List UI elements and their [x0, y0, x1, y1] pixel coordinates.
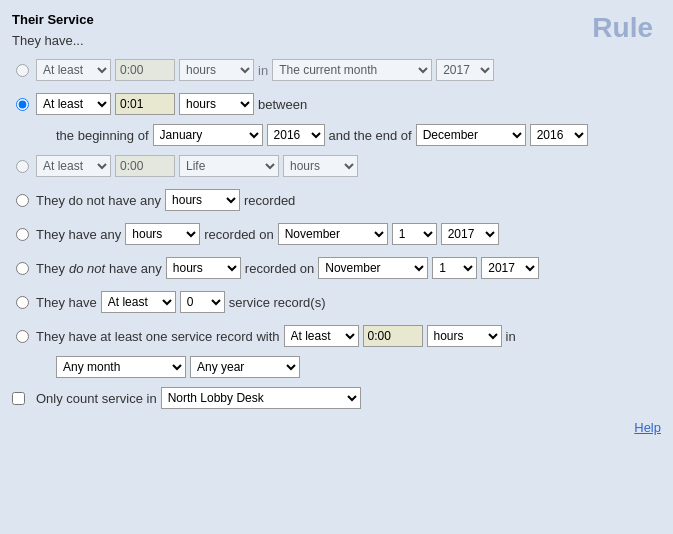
page-title: Their Service [12, 12, 661, 27]
row-6-radio-col [12, 262, 32, 275]
row-3-qualifier[interactable]: At least Less than Exactly [36, 155, 111, 177]
row-8-sub: Any month JanuaryFebruaryMarchApril MayJ… [12, 356, 661, 378]
row-4-text1: They do not have any [36, 193, 161, 208]
row-6-day[interactable]: 12345 [432, 257, 477, 279]
row-5-text1: They have any [36, 227, 121, 242]
row-6-month[interactable]: JanuaryFebruaryMarchApril MayJuneJulyAug… [318, 257, 428, 279]
only-count-row: Only count service in North Lobby Desk M… [12, 384, 661, 412]
row-4-radio-col [12, 194, 32, 207]
row-2: At least Less than Exactly hours minutes… [12, 90, 661, 118]
row-4: They do not have any hours minutes recor… [12, 186, 661, 214]
row-6-text1b: do not [69, 261, 105, 276]
row-2-beginning-label: the beginning of [56, 128, 149, 143]
row-2-qualifier[interactable]: At least Less than Exactly [36, 93, 111, 115]
row-8-month[interactable]: Any month JanuaryFebruaryMarchApril MayJ… [56, 356, 186, 378]
row-3-value[interactable] [115, 155, 175, 177]
row-6-year[interactable]: 201720162015 [481, 257, 539, 279]
only-count-location[interactable]: North Lobby Desk Main Hall Room A Room B [161, 387, 361, 409]
row-8-radio[interactable] [16, 330, 29, 343]
row-5-day[interactable]: 12345 [392, 223, 437, 245]
row-2-block: At least Less than Exactly hours minutes… [12, 90, 661, 146]
row-2-and-end-label: and the end of [329, 128, 412, 143]
row-7-qualifier[interactable]: At least Less than Exactly [101, 291, 176, 313]
row-4-unit[interactable]: hours minutes [165, 189, 240, 211]
row-2-radio[interactable] [16, 98, 29, 111]
row-8-radio-col [12, 330, 32, 343]
they-have-label: They have... [12, 33, 661, 48]
row-1-in-label: in [258, 63, 268, 78]
row-8-value[interactable] [363, 325, 423, 347]
row-2-unit[interactable]: hours minutes [179, 93, 254, 115]
row-6-radio[interactable] [16, 262, 29, 275]
row-5-unit[interactable]: hours minutes [125, 223, 200, 245]
row-8: They have at least one service record wi… [12, 322, 661, 350]
row-7-radio[interactable] [16, 296, 29, 309]
row-5-text2: recorded on [204, 227, 273, 242]
row-1-period[interactable]: The current month The current year All t… [272, 59, 432, 81]
row-3-radio[interactable] [16, 160, 29, 173]
row-1-year[interactable]: 2017 2016 2015 [436, 59, 494, 81]
row-6: They do not have any hours minutes recor… [12, 254, 661, 282]
row-2-value[interactable] [115, 93, 175, 115]
row-8-qualifier[interactable]: At least Less than Exactly [284, 325, 359, 347]
row-7-radio-col [12, 296, 32, 309]
row-1: At least Less than Exactly hours minutes… [12, 56, 661, 84]
rule-label: Rule [592, 12, 653, 44]
row-1-unit[interactable]: hours minutes [179, 59, 254, 81]
row-6-text2: recorded on [245, 261, 314, 276]
row-7: They have At least Less than Exactly 012… [12, 288, 661, 316]
row-2-start-month[interactable]: JanuaryFebruaryMarchApril MayJuneJulyAug… [153, 124, 263, 146]
row-8-unit[interactable]: hours minutes [427, 325, 502, 347]
row-2-end-month[interactable]: JanuaryFebruaryMarchApril MayJuneJulyAug… [416, 124, 526, 146]
row-4-text2: recorded [244, 193, 295, 208]
row-2-sub: the beginning of JanuaryFebruaryMarchApr… [12, 124, 661, 146]
only-count-checkbox-col [12, 392, 32, 405]
row-5-month[interactable]: JanuaryFebruaryMarchApril MayJuneJulyAug… [278, 223, 388, 245]
row-6-text1: They [36, 261, 65, 276]
only-count-checkbox[interactable] [12, 392, 25, 405]
row-7-count[interactable]: 0123 45678 910 [180, 291, 225, 313]
row-2-radio-col [12, 98, 32, 111]
row-2-start-year[interactable]: 2017201620152014 [267, 124, 325, 146]
row-2-between-label: between [258, 97, 307, 112]
page-container: Their Service Rule They have... At least… [12, 12, 661, 522]
row-6-text1c: have any [109, 261, 162, 276]
row-6-unit[interactable]: hours minutes [166, 257, 241, 279]
row-1-radio-col [12, 64, 32, 77]
row-5: They have any hours minutes recorded on … [12, 220, 661, 248]
row-1-value[interactable] [115, 59, 175, 81]
only-count-label: Only count service in [36, 391, 157, 406]
row-2-end-year[interactable]: 2017201620152014 [530, 124, 588, 146]
row-4-radio[interactable] [16, 194, 29, 207]
row-1-radio[interactable] [16, 64, 29, 77]
row-5-year[interactable]: 201720162015 [441, 223, 499, 245]
row-8-year[interactable]: Any year 201720162015 [190, 356, 300, 378]
row-7-text2: service record(s) [229, 295, 326, 310]
row-3: At least Less than Exactly Life Year Mon… [12, 152, 661, 180]
row-8-text1: They have at least one service record wi… [36, 329, 280, 344]
row-1-qualifier[interactable]: At least Less than Exactly [36, 59, 111, 81]
row-3-radio-col [12, 160, 32, 173]
row-8-block: They have at least one service record wi… [12, 322, 661, 378]
row-7-text1: They have [36, 295, 97, 310]
row-8-in-label: in [506, 329, 516, 344]
row-5-radio-col [12, 228, 32, 241]
help-link[interactable]: Help [12, 420, 661, 435]
row-5-radio[interactable] [16, 228, 29, 241]
row-3-unit[interactable]: hours minutes [283, 155, 358, 177]
row-3-period[interactable]: Life Year Month [179, 155, 279, 177]
